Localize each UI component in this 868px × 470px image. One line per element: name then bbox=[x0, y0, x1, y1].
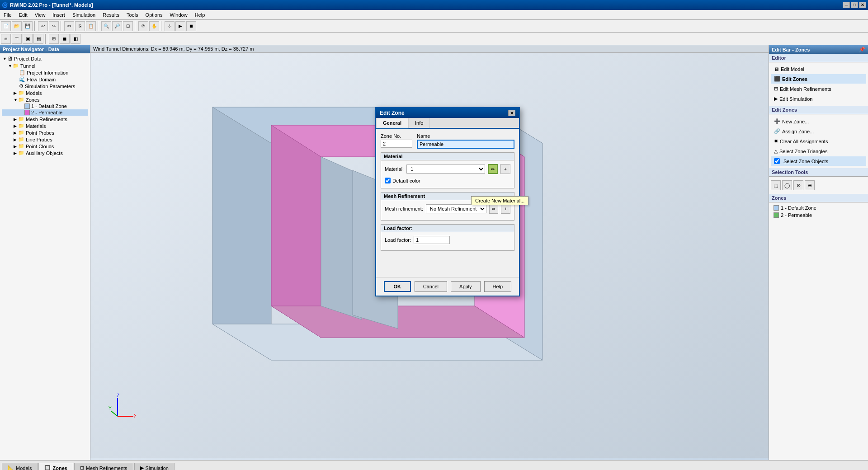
expand-arrow-mesh[interactable]: ▶ bbox=[14, 117, 18, 122]
tab-models[interactable]: 📐 Models bbox=[2, 463, 38, 470]
tree-line-probes[interactable]: ▶ 📁 Line Probes bbox=[2, 136, 88, 143]
tb-zoom-out[interactable]: 🔎 bbox=[112, 21, 122, 31]
tb2-top[interactable]: ⊤ bbox=[12, 34, 22, 44]
tree-mesh-refinements[interactable]: ▶ 📁 Mesh Refinements bbox=[2, 116, 88, 122]
tb-run[interactable]: ▶ bbox=[175, 21, 185, 31]
zone-name-input[interactable] bbox=[417, 140, 514, 149]
tree-zone-2[interactable]: 2 - Permeable bbox=[2, 109, 88, 116]
assign-zone-button[interactable]: 🔗 Assign Zone... bbox=[771, 127, 866, 136]
expand-arrow-point-probes[interactable]: ▶ bbox=[14, 131, 18, 135]
help-button[interactable]: Help bbox=[484, 281, 512, 292]
close-button[interactable]: ✕ bbox=[859, 2, 866, 8]
mesh-edit-button[interactable]: ✏ bbox=[489, 204, 499, 214]
expand-arrow-point-clouds[interactable]: ▶ bbox=[14, 144, 18, 149]
tb-stop[interactable]: ⏹ bbox=[186, 21, 196, 31]
tb-copy[interactable]: ⎘ bbox=[75, 21, 85, 31]
dialog-tab-info[interactable]: Info bbox=[408, 118, 430, 128]
mesh-new-button[interactable]: + bbox=[501, 204, 510, 214]
mesh-refinement-select[interactable]: No Mesh Refinement bbox=[426, 204, 486, 213]
tb-redo[interactable]: ↪ bbox=[49, 21, 59, 31]
tb2-side[interactable]: ▤ bbox=[33, 34, 43, 44]
tree-zone-1[interactable]: 1 - Default Zone bbox=[2, 103, 88, 109]
tab-simulation[interactable]: ▶ Simulation bbox=[134, 463, 175, 470]
ok-button[interactable]: OK bbox=[384, 281, 411, 292]
menu-window[interactable]: Window bbox=[166, 11, 191, 19]
tb-open[interactable]: 📂 bbox=[12, 21, 22, 31]
tb-new[interactable]: 📄 bbox=[1, 21, 11, 31]
tree-point-clouds[interactable]: ▶ 📁 Point Clouds bbox=[2, 143, 88, 150]
tree-models[interactable]: ▶ 📁 Models bbox=[2, 89, 88, 96]
new-zone-button[interactable]: ➕ New Zone... bbox=[771, 117, 866, 126]
box-select-tool[interactable]: ⬚ bbox=[771, 180, 781, 190]
zone-list-item-1[interactable]: 1 - Default Zone bbox=[771, 204, 866, 212]
zone-no-input[interactable] bbox=[381, 140, 412, 148]
lasso-select-tool[interactable]: ⊘ bbox=[793, 180, 803, 190]
default-color-checkbox[interactable] bbox=[385, 178, 391, 183]
tree-sim-params[interactable]: ⚙ Simulation Parameters bbox=[2, 83, 88, 89]
edit-simulation-button[interactable]: ▶ Edit Simulation bbox=[771, 94, 866, 103]
expand-arrow-tunnel[interactable]: ▼ bbox=[8, 64, 13, 68]
menu-help[interactable]: Help bbox=[191, 11, 209, 19]
tb-undo[interactable]: ↩ bbox=[38, 21, 48, 31]
tb-zoom-in[interactable]: 🔍 bbox=[101, 21, 111, 31]
tree-project-data[interactable]: ▼ 🖥 Project Data bbox=[2, 55, 88, 62]
select-zone-triangles-button[interactable]: △ Select Zone Triangles bbox=[771, 146, 866, 156]
menu-file[interactable]: File bbox=[0, 11, 15, 19]
clear-assignments-button[interactable]: ✖ Clear All Assignments bbox=[771, 136, 866, 146]
tb-select[interactable]: ⊹ bbox=[165, 21, 175, 31]
menu-simulation[interactable]: Simulation bbox=[69, 11, 99, 19]
dialog-tab-general[interactable]: General bbox=[376, 118, 408, 128]
menu-options[interactable]: Options bbox=[142, 11, 166, 19]
viewport[interactable]: Wind Tunnel Dimensions: Dx = 89.946 m, D… bbox=[90, 45, 769, 460]
tree-point-probes[interactable]: ▶ 📁 Point Probes bbox=[2, 129, 88, 136]
expand-arrow-line-probes[interactable]: ▶ bbox=[14, 137, 18, 142]
edit-model-button[interactable]: 🖥 Edit Model bbox=[771, 65, 866, 74]
edit-zones-button[interactable]: ⬛ Edit Zones bbox=[771, 74, 866, 84]
tb2-iso[interactable]: ⧈ bbox=[1, 34, 11, 44]
expand-arrow-aux[interactable]: ▶ bbox=[14, 151, 18, 155]
point-select-tool[interactable]: ⊕ bbox=[805, 180, 815, 190]
right-panel-pin[interactable]: 📌 bbox=[859, 47, 865, 52]
expand-arrow[interactable]: ▼ bbox=[3, 56, 7, 61]
tb-save[interactable]: 💾 bbox=[23, 21, 33, 31]
menu-tools[interactable]: Tools bbox=[123, 11, 142, 19]
tree-project-info[interactable]: 📋 Project Information bbox=[2, 69, 88, 76]
tree-zones[interactable]: ▼ 📁 Zones bbox=[2, 96, 88, 103]
menu-edit[interactable]: Edit bbox=[15, 11, 31, 19]
apply-button[interactable]: Apply bbox=[451, 281, 481, 292]
menu-view[interactable]: View bbox=[31, 11, 49, 19]
minimize-button[interactable]: ─ bbox=[843, 2, 850, 8]
select-zone-objects-button[interactable]: Select Zone Objects bbox=[771, 156, 866, 166]
load-factor-input[interactable] bbox=[414, 236, 450, 244]
tb-pan[interactable]: ✋ bbox=[149, 21, 159, 31]
tb-fit[interactable]: ⊡ bbox=[123, 21, 133, 31]
tree-auxiliary-objects[interactable]: ▶ 📁 Auxiliary Objects bbox=[2, 150, 88, 156]
title-bar-controls[interactable]: ─ □ ✕ bbox=[843, 2, 866, 8]
tb-rotate[interactable]: ⟳ bbox=[138, 21, 148, 31]
tab-mesh-refinements[interactable]: ⊞ Mesh Refinements bbox=[74, 463, 133, 470]
menu-results[interactable]: Results bbox=[99, 11, 123, 19]
restore-button[interactable]: □ bbox=[851, 2, 858, 8]
tb2-wire[interactable]: ⊞ bbox=[49, 34, 59, 44]
material-select[interactable]: 1 bbox=[406, 164, 485, 174]
tree-materials[interactable]: ▶ 📁 Materials bbox=[2, 122, 88, 129]
expand-arrow-materials[interactable]: ▶ bbox=[14, 124, 18, 128]
tree-flow-domain[interactable]: 🌊 Flow Domain bbox=[2, 76, 88, 83]
expand-arrow-zones[interactable]: ▼ bbox=[14, 98, 18, 102]
tb2-solid[interactable]: ◼ bbox=[60, 34, 70, 44]
tb2-front[interactable]: ▣ bbox=[23, 34, 33, 44]
tree-tunnel[interactable]: ▼ 📁 Tunnel bbox=[2, 62, 88, 69]
material-new-button[interactable]: + bbox=[500, 164, 510, 174]
cancel-button[interactable]: Cancel bbox=[415, 281, 447, 292]
tb-cut[interactable]: ✂ bbox=[64, 21, 74, 31]
expand-arrow-models[interactable]: ▶ bbox=[14, 91, 18, 95]
dialog-close-button[interactable]: ✕ bbox=[508, 110, 515, 116]
material-edit-button[interactable]: ✏ bbox=[488, 164, 498, 174]
tb-paste[interactable]: 📋 bbox=[86, 21, 96, 31]
menu-insert[interactable]: Insert bbox=[49, 11, 69, 19]
tb2-shade[interactable]: ◧ bbox=[71, 34, 80, 44]
edit-mesh-button[interactable]: ⊞ Edit Mesh Refinements bbox=[771, 84, 866, 94]
circle-select-tool[interactable]: ◯ bbox=[782, 180, 792, 190]
tab-zones[interactable]: 🔲 Zones bbox=[38, 463, 73, 470]
viewport-content[interactable]: Z X Y Edit Zone ✕ General Info bbox=[90, 53, 769, 458]
